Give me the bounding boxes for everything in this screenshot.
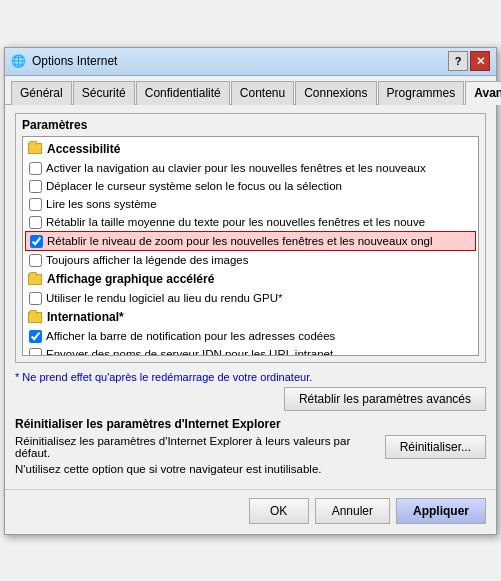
- checkbox-item8[interactable]: [29, 330, 42, 343]
- settings-group: Paramètres Accessibilité Activer la navi…: [15, 113, 486, 363]
- section-graphique: Affichage graphique accéléré: [25, 269, 476, 289]
- reinit-desc-text: Réinitialisez les paramètres d'Internet …: [15, 435, 375, 459]
- list-item: Lire les sons système: [25, 195, 476, 213]
- setting-text: Déplacer le curseur système selon le foc…: [46, 178, 472, 194]
- checkbox-item6[interactable]: [29, 254, 42, 267]
- main-content: Paramètres Accessibilité Activer la navi…: [5, 105, 496, 483]
- restore-btn-row: Rétablir les paramètres avancés: [15, 387, 486, 411]
- tab-contenu[interactable]: Contenu: [231, 81, 294, 105]
- section-accessibilite: Accessibilité: [25, 139, 476, 159]
- folder-icon-graphique: [27, 271, 43, 287]
- setting-text: Activer la navigation au clavier pour le…: [46, 160, 472, 176]
- section-label-accessibilite: Accessibilité: [47, 142, 120, 156]
- tab-confidentialite[interactable]: Confidentialité: [136, 81, 230, 105]
- list-item: Toujours afficher la légende des images: [25, 251, 476, 269]
- reinit-title: Réinitialiser les paramètres d'Internet …: [15, 417, 486, 431]
- title-buttons: ? ✕: [448, 51, 490, 71]
- list-item: Activer la navigation au clavier pour le…: [25, 159, 476, 177]
- reinit-note-text: N'utilisez cette option que si votre nav…: [15, 463, 375, 475]
- dialog-window: 🌐 Options Internet ? ✕ Général Sécurité …: [4, 47, 497, 535]
- title-bar-left: 🌐 Options Internet: [11, 54, 117, 68]
- tab-general[interactable]: Général: [11, 81, 72, 105]
- cancel-button[interactable]: Annuler: [315, 498, 390, 524]
- setting-text: Afficher la barre de notification pour l…: [46, 328, 472, 344]
- checkbox-item2[interactable]: [29, 180, 42, 193]
- setting-text: Lire les sons système: [46, 196, 472, 212]
- apply-button[interactable]: Appliquer: [396, 498, 486, 524]
- reinit-section: Réinitialiser les paramètres d'Internet …: [15, 417, 486, 475]
- reinit-row: Réinitialisez les paramètres d'Internet …: [15, 435, 486, 475]
- list-item: Afficher la barre de notification pour l…: [25, 327, 476, 345]
- checkbox-item4[interactable]: [29, 216, 42, 229]
- setting-text-highlighted: Rétablir le niveau de zoom pour les nouv…: [47, 233, 471, 249]
- section-label-international: International*: [47, 310, 124, 324]
- list-item: Utiliser le rendu logiciel au lieu du re…: [25, 289, 476, 307]
- checkbox-item5[interactable]: [30, 235, 43, 248]
- checkbox-item3[interactable]: [29, 198, 42, 211]
- setting-text: Toujours afficher la légende des images: [46, 252, 472, 268]
- section-international: International*: [25, 307, 476, 327]
- setting-text: Utiliser le rendu logiciel au lieu du re…: [46, 290, 472, 306]
- tab-avance[interactable]: Avancé: [465, 81, 501, 105]
- dialog-title: Options Internet: [32, 54, 117, 68]
- tabs-bar: Général Sécurité Confidentialité Contenu…: [5, 76, 496, 105]
- checkbox-item1[interactable]: [29, 162, 42, 175]
- list-item: Déplacer le curseur système selon le foc…: [25, 177, 476, 195]
- tab-securite[interactable]: Sécurité: [73, 81, 135, 105]
- section-label-graphique: Affichage graphique accéléré: [47, 272, 214, 286]
- dialog-icon: 🌐: [11, 54, 26, 68]
- reinit-desc: Réinitialisez les paramètres d'Internet …: [15, 435, 375, 475]
- list-item-highlighted: Rétablir le niveau de zoom pour les nouv…: [25, 231, 476, 251]
- restore-advanced-button[interactable]: Rétablir les paramètres avancés: [284, 387, 486, 411]
- help-button[interactable]: ?: [448, 51, 468, 71]
- title-bar: 🌐 Options Internet ? ✕: [5, 48, 496, 76]
- list-item: Envoyer des noms de serveur IDN pour les…: [25, 345, 476, 355]
- note-text: * Ne prend effet qu'après le redémarrage…: [15, 371, 486, 383]
- folder-icon-international: [27, 309, 43, 325]
- tab-programmes[interactable]: Programmes: [378, 81, 465, 105]
- folder-icon-accessibilite: [27, 141, 43, 157]
- ok-button[interactable]: OK: [249, 498, 309, 524]
- checkbox-item7[interactable]: [29, 292, 42, 305]
- bottom-buttons: OK Annuler Appliquer: [5, 489, 496, 534]
- group-label: Paramètres: [22, 118, 479, 132]
- list-item: Rétablir la taille moyenne du texte pour…: [25, 213, 476, 231]
- checkbox-item9[interactable]: [29, 348, 42, 355]
- setting-text: Rétablir la taille moyenne du texte pour…: [46, 214, 472, 230]
- setting-text: Envoyer des noms de serveur IDN pour les…: [46, 346, 472, 355]
- tab-connexions[interactable]: Connexions: [295, 81, 376, 105]
- close-button[interactable]: ✕: [470, 51, 490, 71]
- reinit-button[interactable]: Réinitialiser...: [385, 435, 486, 459]
- settings-list[interactable]: Accessibilité Activer la navigation au c…: [22, 136, 479, 356]
